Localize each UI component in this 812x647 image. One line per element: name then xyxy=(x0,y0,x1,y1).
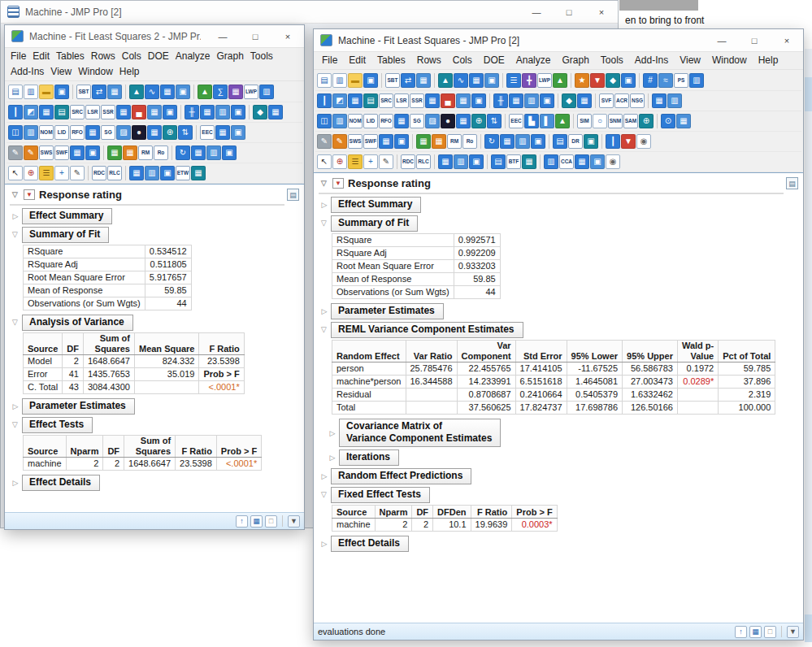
toolbar-icon[interactable]: NSG xyxy=(630,93,645,108)
toolbar-icon[interactable]: ⊕ xyxy=(471,114,486,128)
toolbar-icon[interactable]: ▦ xyxy=(469,73,484,88)
menu-item-help[interactable]: Help xyxy=(753,53,784,68)
toolbar-icon[interactable]: ☰ xyxy=(506,73,521,88)
toolbar-icon[interactable]: ▦ xyxy=(500,134,515,149)
grabber-tool-icon[interactable]: ☰ xyxy=(348,154,363,169)
toolbar-icon[interactable]: ◫ xyxy=(317,114,332,128)
menu-item-cols[interactable]: Cols xyxy=(447,53,478,68)
disclosure-triangle[interactable]: ▷ xyxy=(328,429,337,437)
toolbar-icon[interactable]: ◆ xyxy=(606,73,620,88)
toolbar-icon[interactable]: ▥ xyxy=(259,85,274,99)
menu-item-doe[interactable]: DOE xyxy=(145,49,172,64)
titlebar[interactable]: Machine - Fit Least Squares - JMP Pro [2… xyxy=(314,29,803,52)
format-painter-icon[interactable]: ✎ xyxy=(8,145,23,160)
plus-tool-icon[interactable]: + xyxy=(363,154,378,169)
menu-item-edit[interactable]: Edit xyxy=(29,49,53,64)
toolbar-icon[interactable]: ▣ xyxy=(176,85,190,99)
toolbar-icon[interactable]: ▦ xyxy=(577,93,592,108)
toolbar-icon[interactable]: LID xyxy=(54,125,69,140)
jump-to-top-icon[interactable]: ↑ xyxy=(236,515,248,528)
menu-item-file[interactable]: File xyxy=(316,53,343,68)
folder-icon[interactable]: ▬ xyxy=(39,85,54,99)
disclosure-triangle[interactable]: ▷ xyxy=(320,491,328,499)
toolbar-icon[interactable]: SWS xyxy=(348,134,363,149)
grabber-tool-icon[interactable]: ☰ xyxy=(39,166,54,180)
outline-nav-icon[interactable]: ▤ xyxy=(287,189,299,201)
toolbar-icon[interactable]: ╋ xyxy=(522,73,536,88)
toolbar-icon[interactable]: ╫ xyxy=(493,93,508,108)
menu-item-rows[interactable]: Rows xyxy=(411,53,447,68)
disclosure-triangle[interactable]: ▷ xyxy=(320,180,328,188)
toolbar-icon[interactable]: ▥ xyxy=(454,154,468,169)
section-header-summary-of-fit[interactable]: Summary of Fit xyxy=(331,215,418,232)
menu-item-window[interactable]: Window xyxy=(75,64,116,80)
titlebar[interactable]: Machine - Fit Least Squares 2 - JMP Pr..… xyxy=(5,25,304,48)
section-header-covariance-matrix[interactable]: Covariance Matrix of Variance Component … xyxy=(339,419,501,447)
menu-item-rows[interactable]: Rows xyxy=(88,49,119,64)
toolbar-icon[interactable]: ▦ xyxy=(107,85,122,99)
toolbar-icon[interactable]: ┃ xyxy=(606,134,620,149)
toolbar-icon[interactable]: ▦ xyxy=(348,93,363,108)
red-triangle-menu-icon[interactable]: ▼ xyxy=(24,189,35,200)
disclosure-triangle[interactable]: ▷ xyxy=(328,454,337,462)
checkbox-icon[interactable]: □ xyxy=(265,515,277,528)
pencil-tool-icon[interactable]: ✎ xyxy=(70,166,85,180)
grid-view-icon[interactable]: ▦ xyxy=(749,626,762,638)
toolbar-icon[interactable]: ▦ xyxy=(191,145,206,160)
toolbar-icon[interactable]: ▲ xyxy=(129,85,144,99)
arrow-tool-icon[interactable]: ↖ xyxy=(8,166,23,180)
toolbar-icon[interactable]: ETW xyxy=(176,166,190,180)
toolbar-icon[interactable]: SBT xyxy=(385,73,400,88)
menu-item-help[interactable]: Help xyxy=(116,64,143,80)
toolbar-icon[interactable]: ▣ xyxy=(222,145,237,160)
section-header-random-effect-predictions[interactable]: Random Effect Predictions xyxy=(331,468,471,484)
new-data-table-icon[interactable]: ▤ xyxy=(8,85,23,99)
toolbar-icon[interactable]: ▣ xyxy=(531,134,545,149)
menu-item-window[interactable]: Window xyxy=(706,53,753,68)
toolbar-icon[interactable]: ▲ xyxy=(553,73,567,88)
close-button[interactable]: × xyxy=(271,25,304,47)
toolbar-icon[interactable]: ▦ xyxy=(456,114,471,128)
toolbar-icon[interactable]: ▣ xyxy=(540,93,554,108)
toolbar-icon[interactable]: ▦ xyxy=(456,93,471,108)
toolbar-icon[interactable]: ▦ xyxy=(416,73,431,88)
toolbar-icon[interactable]: RLC xyxy=(107,166,122,180)
toolbar-icon[interactable]: ▦ xyxy=(228,85,243,99)
menu-item-addins[interactable]: Add-Ins xyxy=(629,53,674,68)
toolbar-icon[interactable]: ▦ xyxy=(160,85,175,99)
toolbar-icon[interactable]: ▥ xyxy=(215,105,230,119)
toolbar-icon[interactable]: ▼ xyxy=(590,73,605,88)
toolbar-icon[interactable]: ▦ xyxy=(676,114,691,128)
toolbar-icon[interactable]: ▦ xyxy=(107,145,122,160)
minimize-button[interactable]: — xyxy=(520,1,553,23)
save-icon[interactable]: ▣ xyxy=(363,73,378,88)
grid-view-icon[interactable]: ▦ xyxy=(250,515,263,528)
menu-item-graph[interactable]: Graph xyxy=(556,53,594,68)
toolbar-icon[interactable]: RDC xyxy=(92,166,106,180)
jmp-ball-icon[interactable]: ● xyxy=(441,114,455,128)
disclosure-triangle[interactable]: ▷ xyxy=(11,319,20,327)
toolbar-icon[interactable]: ▦ xyxy=(268,105,283,119)
toolbar-icon[interactable]: EEC xyxy=(200,125,215,140)
magnifier-icon[interactable]: ○ xyxy=(593,114,607,128)
toolbar-icon[interactable]: ▣ xyxy=(469,154,484,169)
toolbar-icon[interactable]: SWS xyxy=(39,145,54,160)
minimize-button[interactable]: — xyxy=(706,29,738,51)
toolbar-icon[interactable]: RM xyxy=(447,134,462,149)
toolbar-icon[interactable]: ▲ xyxy=(555,114,570,128)
toolbar-icon[interactable]: SWF xyxy=(363,134,378,149)
toolbar-icon[interactable]: SSR xyxy=(410,93,424,108)
save-icon[interactable]: ▣ xyxy=(54,85,69,99)
toolbar-icon[interactable]: ↻ xyxy=(484,134,499,149)
toolbar-icon[interactable]: BTF xyxy=(506,154,521,169)
toolbar-icon[interactable]: ⇅ xyxy=(487,114,502,128)
new-journal-icon[interactable]: ▥ xyxy=(332,73,347,88)
toolbar-icon[interactable]: ↻ xyxy=(176,145,190,160)
section-header-iterations[interactable]: Iterations xyxy=(339,449,399,466)
toolbar-icon[interactable]: ▦ xyxy=(215,125,230,140)
settings-icon[interactable]: ◉ xyxy=(606,154,620,169)
toolbar-icon[interactable]: SNM xyxy=(608,114,623,128)
toolbar-icon[interactable]: ▲ xyxy=(198,85,212,99)
car-icon[interactable]: ▄ xyxy=(132,105,146,119)
toolbar-icon[interactable]: ◆ xyxy=(253,105,267,119)
